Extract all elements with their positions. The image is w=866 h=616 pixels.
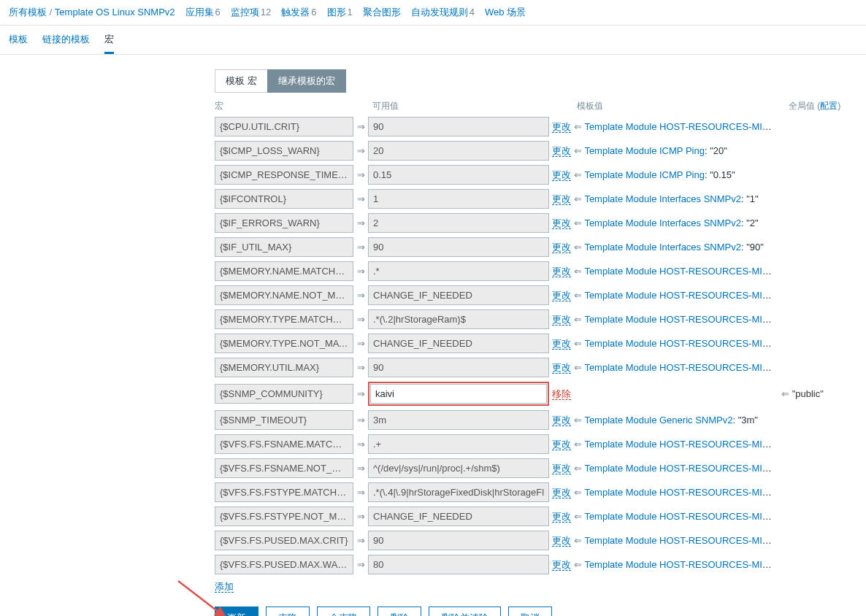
tab-macros[interactable]: 宏: [104, 33, 114, 54]
macro-name-input[interactable]: [215, 189, 353, 209]
macro-value-input[interactable]: [368, 334, 549, 353]
macro-value-input[interactable]: [368, 507, 549, 526]
macro-value-input[interactable]: [368, 458, 549, 478]
macro-value-input[interactable]: [368, 237, 549, 257]
remove-link[interactable]: 移除: [552, 388, 571, 400]
macro-value-input[interactable]: [368, 285, 549, 305]
clone-button[interactable]: 克隆: [266, 607, 310, 616]
macro-value-input[interactable]: [368, 141, 549, 161]
change-link[interactable]: 更改: [552, 266, 571, 277]
macro-value-input[interactable]: [368, 482, 549, 502]
macro-name-input[interactable]: [215, 410, 353, 430]
macro-name-input[interactable]: [215, 213, 353, 233]
macro-name-input[interactable]: [215, 358, 353, 377]
template-link[interactable]: Template Module HOST-RESOURCES-MIB …: [584, 266, 774, 277]
change-link[interactable]: 更改: [552, 145, 571, 157]
macro-name-input[interactable]: [215, 434, 353, 454]
macro-name-input[interactable]: [215, 555, 353, 574]
macro-value-input[interactable]: [368, 434, 549, 454]
template-link[interactable]: Template Module HOST-RESOURCES-MIB …: [584, 463, 774, 474]
tab-template[interactable]: 模板: [9, 33, 28, 54]
template-link[interactable]: Template Module HOST-RESOURCES-MIB …: [584, 559, 774, 570]
delete-button[interactable]: 删除: [378, 607, 421, 616]
tab-linked-templates[interactable]: 链接的模板: [42, 33, 90, 54]
template-link[interactable]: Template Module HOST-RESOURCES-MIB …: [584, 535, 774, 546]
nav-graphs[interactable]: 图形1: [327, 6, 353, 19]
cancel-button[interactable]: 取消: [508, 607, 552, 616]
template-link[interactable]: Template Module Interfaces SNMPv2: [584, 217, 741, 228]
macro-name-input[interactable]: [215, 482, 353, 502]
template-link[interactable]: Template Module HOST-RESOURCES-MIB …: [584, 439, 774, 450]
change-link[interactable]: 更改: [552, 487, 571, 498]
change-link[interactable]: 更改: [552, 217, 571, 229]
template-link[interactable]: Template Module ICMP Ping: [584, 169, 705, 180]
nav-triggers[interactable]: 触发器6: [281, 6, 316, 19]
macro-row: ⇒移除⇐ "public": [215, 382, 857, 406]
template-link[interactable]: Template Module HOST-RESOURCES-MIB …: [584, 487, 774, 498]
macro-value-input[interactable]: [368, 261, 549, 281]
template-link[interactable]: Template Module HOST-RESOURCES-MIB …: [584, 338, 774, 349]
template-link[interactable]: Template Module HOST-RESOURCES-MIB …: [584, 362, 774, 373]
macro-name-input[interactable]: [215, 334, 353, 353]
macro-name-input[interactable]: [215, 309, 353, 329]
template-link[interactable]: Template Module ICMP Ping: [584, 145, 705, 156]
nav-discovery[interactable]: 自动发现规则4: [411, 6, 475, 19]
change-link[interactable]: 更改: [552, 362, 571, 374]
delete-clear-button[interactable]: 删除并清除: [429, 607, 501, 616]
macro-name-input[interactable]: [215, 285, 353, 305]
nav-items[interactable]: 监控项12: [231, 6, 271, 19]
change-link[interactable]: 更改: [552, 463, 571, 474]
nav-screens[interactable]: 聚合图形: [363, 6, 401, 19]
macro-value-input[interactable]: [368, 189, 549, 209]
template-name-link[interactable]: Template OS Linux SNMPv2: [55, 7, 175, 18]
change-link[interactable]: 更改: [552, 121, 571, 133]
nav-web[interactable]: Web 场景: [485, 6, 526, 19]
change-link[interactable]: 更改: [552, 314, 571, 326]
template-link[interactable]: Template Module HOST-RESOURCES-MIB …: [584, 314, 774, 325]
change-link[interactable]: 更改: [552, 439, 571, 450]
macro-name-input[interactable]: [215, 507, 353, 526]
change-link[interactable]: 更改: [552, 535, 571, 547]
change-link[interactable]: 更改: [552, 290, 571, 301]
update-button[interactable]: 更新: [215, 607, 258, 616]
macro-name-input[interactable]: [215, 165, 353, 185]
full-clone-button[interactable]: 全克隆: [317, 607, 370, 616]
macro-value-input[interactable]: [368, 117, 549, 136]
macro-value-input[interactable]: [368, 165, 549, 185]
add-macro-link[interactable]: 添加: [215, 581, 234, 593]
template-value-cell: ⇐ Template Module HOST-RESOURCES-MIB …: [571, 314, 774, 325]
template-link[interactable]: Template Module Interfaces SNMPv2: [584, 193, 741, 204]
macro-name-input[interactable]: [215, 141, 353, 161]
global-config-link[interactable]: 配置: [820, 101, 838, 111]
macro-value-input[interactable]: [368, 410, 549, 430]
all-templates-link[interactable]: 所有模板: [9, 7, 47, 18]
breadcrumb-separator: /: [50, 7, 55, 18]
macro-name-input[interactable]: [215, 458, 353, 478]
change-link[interactable]: 更改: [552, 559, 571, 571]
tab-inherited-macros[interactable]: 继承模板的宏: [267, 69, 346, 93]
tab-template-macros[interactable]: 模板 宏: [215, 69, 267, 93]
macro-name-input[interactable]: [215, 117, 353, 136]
template-link[interactable]: Template Module HOST-RESOURCES-MIB …: [584, 511, 774, 522]
change-link[interactable]: 更改: [552, 242, 571, 253]
template-link[interactable]: Template Module HOST-RESOURCES-MIB …: [584, 290, 774, 301]
macro-value-input[interactable]: [368, 213, 549, 233]
macro-name-input[interactable]: [215, 531, 353, 550]
change-link[interactable]: 更改: [552, 169, 571, 181]
macro-value-input[interactable]: [368, 358, 549, 377]
macro-name-input[interactable]: [215, 384, 353, 404]
template-link[interactable]: Template Module Generic SNMPv2: [584, 415, 732, 426]
template-link[interactable]: Template Module Interfaces SNMPv2: [584, 242, 741, 253]
change-link[interactable]: 更改: [552, 193, 571, 205]
macro-value-input[interactable]: [368, 309, 549, 329]
change-link[interactable]: 更改: [552, 338, 571, 350]
change-link[interactable]: 更改: [552, 511, 571, 523]
macro-name-input[interactable]: [215, 237, 353, 257]
macro-name-input[interactable]: [215, 261, 353, 281]
macro-value-input[interactable]: [368, 555, 549, 574]
nav-applications[interactable]: 应用集6: [185, 6, 221, 19]
macro-value-input[interactable]: [370, 384, 547, 404]
template-link[interactable]: Template Module HOST-RESOURCES-MIB …: [584, 121, 774, 132]
macro-value-input[interactable]: [368, 531, 549, 550]
change-link[interactable]: 更改: [552, 415, 571, 426]
